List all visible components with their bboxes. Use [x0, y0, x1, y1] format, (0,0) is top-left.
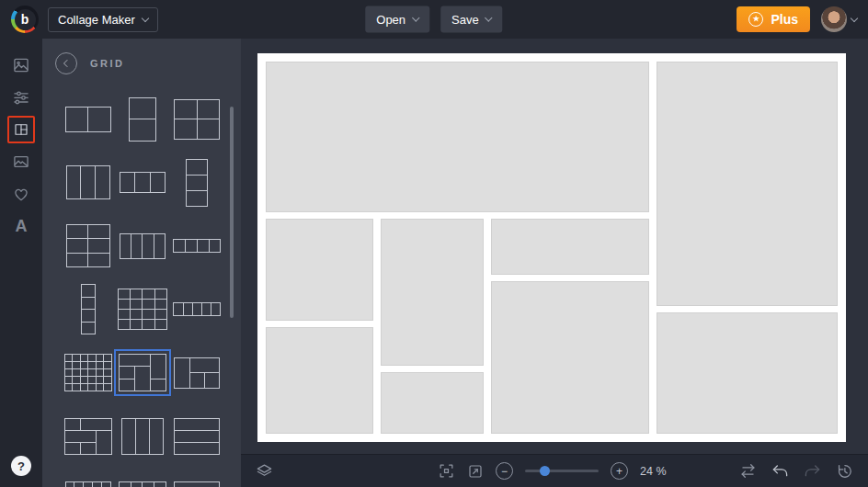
thumb-cell: [175, 419, 219, 430]
thumb-cell: [74, 482, 83, 487]
grid-layout-3-columns-tall[interactable]: [121, 418, 164, 455]
panel-scrollbar[interactable]: [230, 107, 234, 318]
thumb-cell: [131, 300, 142, 309]
collage-cell-7[interactable]: [657, 312, 838, 434]
grid-layout-5x4-grid[interactable]: [65, 481, 111, 487]
heart-icon: [12, 185, 30, 203]
thumb-cell: [65, 419, 80, 430]
thumb-cell: [143, 289, 154, 299]
bottom-toolbar: − + 24 %: [241, 454, 868, 487]
grid-layout-4-columns-strip[interactable]: [173, 239, 221, 253]
collage-cell-4[interactable]: [381, 219, 484, 366]
befunky-logo[interactable]: b: [11, 6, 39, 33]
thumb-cell: [104, 355, 111, 361]
thumb-cell: [198, 100, 220, 119]
grid-layout-6x5-grid[interactable]: [64, 354, 112, 391]
workspace: − + 24 %: [241, 39, 868, 487]
thumb-cell: [66, 482, 74, 487]
thumb-cell: [88, 254, 109, 266]
grid-layout-4-rows[interactable]: [81, 284, 96, 334]
plus-upgrade-button[interactable]: ★ Plus: [737, 6, 810, 32]
fit-screen-button[interactable]: [438, 462, 455, 480]
grid-layout-4x4-grid[interactable]: [118, 289, 167, 330]
grid-layout-2-rows[interactable]: [129, 97, 156, 142]
zoom-in-button[interactable]: +: [611, 462, 628, 480]
compare-button[interactable]: [739, 462, 757, 480]
grid-layout-2x2-grid[interactable]: [174, 99, 220, 140]
thumb-cell: [88, 362, 96, 368]
zoom-slider-knob[interactable]: [540, 466, 550, 476]
collage-cell-5[interactable]: [491, 219, 649, 275]
rail-item-text[interactable]: A: [7, 212, 35, 240]
undo-button[interactable]: [771, 462, 789, 480]
rail-item-edit[interactable]: [7, 84, 35, 111]
grid-layout-5-columns-strip[interactable]: [173, 302, 221, 316]
rail-item-grid[interactable]: [7, 116, 35, 143]
thumb-cell: [84, 482, 92, 487]
sliders-icon: [12, 88, 30, 107]
thumb-cell: [82, 323, 95, 334]
zoom-out-button[interactable]: −: [496, 462, 513, 480]
preview-button[interactable]: [467, 463, 484, 480]
grid-layout-3-columns[interactable]: [66, 165, 110, 199]
thumb-cell: [135, 173, 149, 192]
topbar: b Collage Maker Open Save ★ Plus: [0, 0, 868, 39]
thumb-cell: [67, 225, 88, 238]
back-arrow-icon: [61, 58, 72, 69]
grid-layout-2x3-grid[interactable]: [66, 224, 110, 267]
collage-canvas: [257, 53, 846, 442]
thumb-cell: [97, 431, 111, 454]
grid-layout-mixed-4[interactable]: [174, 357, 220, 389]
collage-canvas-inner: [266, 62, 838, 434]
help-button[interactable]: ?: [11, 456, 31, 476]
grid-layout-3-rows[interactable]: [186, 159, 208, 207]
collage-cell-9[interactable]: [381, 372, 484, 434]
zoom-level: 24 %: [640, 465, 671, 478]
grid-layout-4-columns[interactable]: [120, 233, 166, 259]
rail-item-photos[interactable]: [7, 148, 35, 176]
thumb-cell: [150, 419, 163, 454]
back-button[interactable]: [55, 52, 77, 74]
history-controls: [739, 462, 853, 480]
collage-maker-app: b Collage Maker Open Save ★ Plus: [0, 0, 868, 487]
thumb-cell: [82, 298, 95, 310]
thumb-cell: [119, 300, 130, 309]
thumb-cell: [81, 166, 95, 198]
history-button[interactable]: [836, 462, 853, 480]
grid-layout-3-rows-wide[interactable]: [174, 418, 220, 455]
redo-button[interactable]: [804, 462, 821, 480]
grid-layout-mixed-6[interactable]: [64, 418, 112, 455]
thumb-cell: [81, 369, 88, 376]
save-button[interactable]: Save: [440, 6, 503, 33]
thumb-cell: [81, 443, 96, 454]
swap-arrows-icon: [739, 462, 757, 480]
plus-icon: +: [616, 466, 622, 477]
collage-cell-8[interactable]: [266, 327, 373, 434]
grid-layout-4x3-grid[interactable]: [119, 481, 166, 487]
zoom-slider[interactable]: [525, 470, 599, 472]
grid-layout-mixed-collage[interactable]: [119, 354, 166, 391]
open-button[interactable]: Open: [365, 6, 429, 33]
account-menu[interactable]: [821, 6, 857, 32]
rail-item-graphics[interactable]: [7, 180, 35, 208]
collage-cell-2[interactable]: [657, 62, 838, 306]
layers-button[interactable]: [256, 462, 273, 480]
thumb-cell: [65, 362, 73, 368]
app-menu-button[interactable]: Collage Maker: [48, 7, 158, 32]
thumb-cell: [174, 303, 182, 315]
thumb-cell: [96, 166, 109, 198]
thumb-cell: [82, 310, 95, 322]
grid-layout-2-rows-tall[interactable]: [174, 481, 220, 487]
grid-layout-2-columns[interactable]: [65, 107, 111, 132]
collage-cell-1[interactable]: [266, 62, 649, 212]
thumb-cell: [175, 443, 219, 454]
collage-cell-6[interactable]: [491, 281, 649, 434]
logo-letter: b: [15, 9, 36, 30]
chevron-down-icon: [485, 14, 492, 21]
grid-layout-3-columns-wide[interactable]: [120, 172, 166, 193]
thumb-cell: [202, 303, 211, 315]
collage-cell-3[interactable]: [266, 219, 373, 321]
rail-item-templates[interactable]: [7, 51, 35, 79]
thumb-cell: [82, 285, 95, 297]
thumb-cell: [73, 369, 80, 376]
